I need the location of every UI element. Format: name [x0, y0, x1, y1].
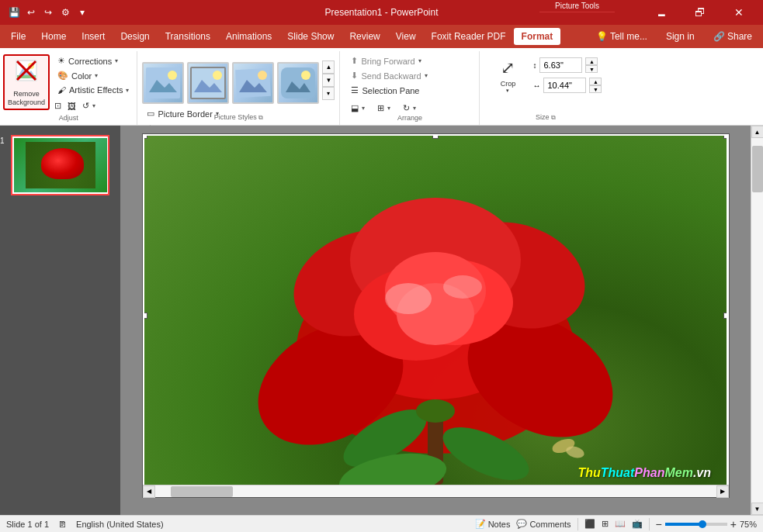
menu-insert[interactable]: Insert: [74, 28, 113, 45]
compress-button[interactable]: ⊡: [53, 99, 63, 112]
color-icon: 🎨: [57, 71, 68, 81]
svg-point-15: [258, 71, 267, 80]
group-button[interactable]: ⊞ ▾: [373, 102, 395, 115]
rose-image[interactable]: ThuThuatPhanMem.vn: [144, 136, 727, 496]
change-picture-button[interactable]: 🖼: [66, 99, 78, 112]
picture-styles-expand-icon[interactable]: ⧉: [258, 114, 263, 121]
picture-styles-group: ▲ ▼ ▾ ▭ Picture Border ▾ ✦ Picture Effec…: [137, 51, 340, 125]
handle-top-right[interactable]: [723, 136, 727, 139]
notes-label: Notes: [488, 520, 511, 529]
artistic-effects-arrow: ▾: [126, 87, 129, 94]
menu-design[interactable]: Design: [113, 28, 157, 45]
zoom-slider[interactable]: [665, 523, 727, 526]
reset-picture-button[interactable]: ↺ ▾: [81, 99, 97, 112]
zoom-in-button[interactable]: +: [730, 518, 737, 530]
size-expand-icon[interactable]: ⧉: [551, 114, 556, 121]
picture-style-thumb-2[interactable]: [187, 62, 229, 104]
crop-button[interactable]: ⤢ Crop ▾: [489, 54, 526, 97]
height-down-button[interactable]: ▼: [585, 65, 598, 73]
language-icon: 🖹: [58, 520, 67, 529]
normal-view-button[interactable]: ⬛: [584, 519, 595, 529]
menu-slideshow[interactable]: Slide Show: [279, 28, 342, 45]
width-down-button[interactable]: ▼: [589, 85, 602, 93]
ribbon: RemoveBackground ☀ Corrections ▾ 🎨 Color…: [0, 48, 763, 126]
picture-styles-label: Picture Styles ⧉: [137, 113, 339, 122]
menu-view[interactable]: View: [388, 28, 424, 45]
h-scroll-track[interactable]: [155, 485, 716, 497]
bring-forward-icon: ⬆: [351, 56, 358, 66]
customize-qat-button[interactable]: ⚙: [57, 5, 73, 20]
status-bar: Slide 1 of 1 🖹 English (United States) 📝…: [0, 515, 763, 532]
app-title: Presentation1 - PowerPoint: [324, 7, 438, 18]
rotate-button[interactable]: ↻ ▾: [398, 102, 421, 115]
size-group-label: Size ⧉: [480, 113, 611, 122]
share-button[interactable]: 🔗 Share: [706, 28, 760, 45]
width-input[interactable]: [543, 78, 586, 93]
reading-view-button[interactable]: 📖: [615, 519, 626, 529]
h-scroll-right-button[interactable]: ▶: [716, 485, 729, 498]
sign-in-button[interactable]: Sign in: [658, 28, 702, 45]
width-up-button[interactable]: ▲: [589, 78, 602, 85]
v-scroll-thumb[interactable]: [752, 146, 763, 192]
width-input-row: ↔ ▲ ▼: [532, 78, 602, 93]
picture-style-thumb-3[interactable]: [232, 62, 274, 104]
restore-button[interactable]: 🗗: [682, 0, 718, 25]
remove-background-button[interactable]: RemoveBackground: [3, 54, 50, 110]
width-spinner: ▲ ▼: [589, 78, 602, 93]
handle-top-center[interactable]: [432, 136, 439, 139]
align-button[interactable]: ⬓ ▾: [346, 102, 369, 115]
save-button[interactable]: 💾: [6, 5, 22, 20]
status-divider: [577, 518, 578, 530]
expand-styles-button[interactable]: ▾: [322, 87, 335, 100]
h-scroll-thumb[interactable]: [171, 486, 233, 497]
v-scroll-up-button[interactable]: ▲: [751, 126, 764, 138]
corrections-button[interactable]: ☀ Corrections ▾: [53, 54, 134, 67]
send-backward-button[interactable]: ⬇ Send Backward ▾: [346, 69, 473, 82]
qat-dropdown-button[interactable]: ▾: [75, 5, 90, 20]
slide-item-1[interactable]: 1: [11, 135, 109, 195]
tell-me-button[interactable]: 💡 Tell me...: [588, 28, 655, 45]
artistic-effects-button[interactable]: 🖌 Artistic Effects ▾: [53, 84, 134, 96]
slide-number: 1: [0, 136, 5, 145]
handle-mid-left[interactable]: [144, 313, 147, 319]
picture-tools-label: Picture Tools: [539, 0, 615, 12]
status-divider2: [649, 518, 650, 530]
picture-style-thumb-1[interactable]: [142, 62, 184, 104]
menu-animations[interactable]: Animations: [218, 28, 279, 45]
bring-forward-button[interactable]: ⬆ Bring Forward ▾: [346, 54, 473, 67]
zoom-out-button[interactable]: −: [656, 518, 662, 530]
handle-top-left[interactable]: [144, 136, 147, 139]
height-up-button[interactable]: ▲: [585, 57, 598, 65]
slide-thumbnail[interactable]: [11, 135, 109, 195]
menu-transitions[interactable]: Transitions: [158, 28, 218, 45]
undo-button[interactable]: ↩: [23, 5, 39, 20]
comments-button[interactable]: 💬 Comments: [516, 519, 571, 529]
color-button[interactable]: 🎨 Color ▾: [53, 69, 134, 82]
zoom-slider-fill: [665, 523, 702, 526]
picture-style-thumb-4[interactable]: [277, 62, 319, 104]
height-input[interactable]: [539, 57, 582, 73]
svg-point-37: [416, 399, 455, 423]
menu-format[interactable]: Format: [514, 28, 561, 45]
v-scroll-down-button[interactable]: ▼: [751, 503, 764, 515]
menu-file[interactable]: File: [3, 28, 33, 45]
notes-button[interactable]: 📝 Notes: [475, 519, 511, 529]
zoom-slider-thumb[interactable]: [699, 520, 706, 528]
menu-review[interactable]: Review: [342, 28, 387, 45]
menu-foxit[interactable]: Foxit Reader PDF: [424, 28, 514, 45]
close-button[interactable]: ✕: [721, 0, 757, 25]
scroll-up-button[interactable]: ▲: [322, 60, 335, 74]
h-scroll-left-button[interactable]: ◀: [143, 485, 155, 498]
selection-pane-button[interactable]: ☰ Selection Pane: [346, 84, 473, 97]
slide-sorter-button[interactable]: ⊞: [602, 519, 609, 529]
menu-home[interactable]: Home: [33, 28, 74, 45]
size-group: ⤢ Crop ▾ ↕ ▲ ▼ ↔ ▲: [480, 51, 611, 125]
scroll-down-button[interactable]: ▼: [322, 74, 335, 87]
slide-canvas[interactable]: ThuThuatPhanMem.vn ◀ ▶: [142, 133, 730, 498]
align-icon: ⬓: [351, 103, 359, 113]
handle-mid-right[interactable]: [723, 313, 727, 319]
minimize-button[interactable]: 🗕: [643, 0, 679, 25]
v-scroll-track[interactable]: [751, 138, 763, 503]
redo-button[interactable]: ↪: [40, 5, 56, 20]
presenter-view-button[interactable]: 📺: [632, 519, 643, 529]
